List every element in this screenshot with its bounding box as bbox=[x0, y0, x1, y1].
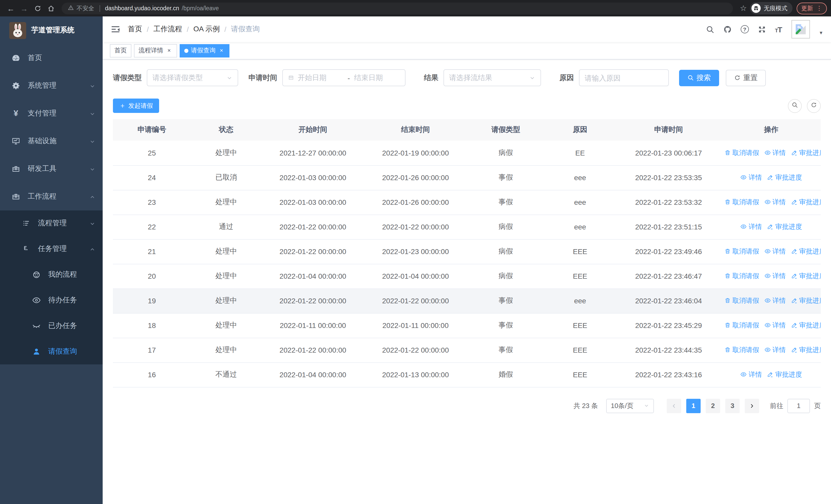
sidebar-fold-icon[interactable] bbox=[110, 24, 121, 34]
avatar-caret-down-icon[interactable]: ▼ bbox=[819, 30, 823, 35]
table-column-header: 状态 bbox=[191, 119, 261, 141]
top-navbar: 首页/工作流程/OA 示例/请假查询 ?TT▼ bbox=[103, 17, 831, 42]
filter-form: 请假类型 请选择请假类型 申请时间 开始日期 - 结束日期 结果 请选择流结果 bbox=[113, 69, 821, 86]
detail-link[interactable]: 详情 bbox=[764, 271, 786, 281]
cancel-leave-link[interactable]: 取消请假 bbox=[724, 247, 759, 256]
sidebar-item-done-tasks[interactable]: 已办任务 bbox=[0, 313, 103, 339]
leave-type-select[interactable]: 请选择请假类型 bbox=[147, 69, 238, 86]
cancel-leave-link[interactable]: 取消请假 bbox=[724, 296, 759, 305]
sidebar-item-home[interactable]: 首页 bbox=[0, 44, 103, 72]
tab-home[interactable]: 首页 bbox=[110, 44, 132, 57]
progress-link[interactable]: 审批进度 bbox=[767, 173, 802, 182]
browser-home-icon[interactable] bbox=[44, 2, 57, 15]
cell-type: 事假 bbox=[467, 289, 545, 313]
eye-icon bbox=[764, 297, 771, 304]
reason-input[interactable] bbox=[584, 73, 663, 82]
progress-link[interactable]: 审批进度 bbox=[791, 148, 821, 157]
cell-applied: 2022-01-23 00:06:17 bbox=[615, 141, 722, 165]
breadcrumb-item[interactable]: OA 示例 bbox=[194, 25, 220, 34]
breadcrumb-item[interactable]: 首页 bbox=[128, 25, 142, 34]
sidebar-item-leave-query[interactable]: 请假查询 bbox=[0, 339, 103, 364]
page-button-3[interactable]: 3 bbox=[725, 398, 740, 413]
text-size-icon[interactable]: TT bbox=[775, 25, 782, 34]
show-search-toggle-button[interactable] bbox=[788, 99, 802, 113]
detail-link[interactable]: 详情 bbox=[764, 346, 786, 355]
page-button-1[interactable]: 1 bbox=[686, 398, 700, 413]
table-row: 24已取消2022-01-03 00:00:002022-01-26 00:00… bbox=[113, 165, 821, 190]
user-avatar[interactable] bbox=[792, 20, 810, 38]
sidebar-item-my-process[interactable]: 我的流程 bbox=[0, 262, 103, 288]
browser-update-button[interactable]: 更新 ⋮ bbox=[797, 2, 827, 14]
prev-page-button[interactable] bbox=[667, 398, 681, 413]
result-select[interactable]: 请选择流结果 bbox=[443, 69, 541, 86]
search-icon[interactable] bbox=[706, 25, 715, 34]
detail-link[interactable]: 详情 bbox=[764, 247, 786, 256]
browser-forward-icon[interactable]: → bbox=[18, 2, 31, 15]
detail-link[interactable]: 详情 bbox=[764, 148, 786, 157]
cell-type: 婚假 bbox=[467, 362, 545, 387]
cell-id: 22 bbox=[113, 214, 191, 239]
next-page-button[interactable] bbox=[745, 398, 759, 413]
refresh-table-button[interactable] bbox=[807, 99, 821, 113]
progress-link[interactable]: 审批进度 bbox=[791, 346, 821, 355]
sidebar-item-system[interactable]: 系统管理 bbox=[0, 72, 103, 99]
breadcrumb-item[interactable]: 工作流程 bbox=[153, 25, 182, 34]
page-size-select[interactable]: 10条/页 bbox=[606, 398, 654, 413]
progress-link[interactable]: 审批进度 bbox=[767, 222, 802, 232]
close-icon[interactable]: × bbox=[166, 47, 172, 54]
tab-process-detail[interactable]: 流程详情× bbox=[134, 44, 177, 57]
cell-type: 事假 bbox=[467, 165, 545, 190]
search-button[interactable]: 搜索 bbox=[679, 69, 719, 86]
cancel-leave-link[interactable]: 取消请假 bbox=[724, 321, 759, 330]
pen-icon bbox=[791, 297, 798, 304]
cell-reason: EEE bbox=[545, 264, 615, 289]
progress-link[interactable]: 审批进度 bbox=[767, 370, 802, 379]
pagination: 共 23 条 10条/页 123 前往 页 bbox=[113, 398, 821, 413]
progress-link[interactable]: 审批进度 bbox=[791, 247, 821, 256]
action-label: 详情 bbox=[773, 271, 786, 281]
cell-start: 2021-12-27 00:00:00 bbox=[261, 141, 364, 165]
fullscreen-icon[interactable] bbox=[757, 25, 766, 34]
cell-applied: 2022-01-22 23:46:04 bbox=[615, 289, 722, 313]
action-label: 取消请假 bbox=[733, 148, 759, 157]
detail-link[interactable]: 详情 bbox=[740, 222, 762, 232]
apply-time-range-picker[interactable]: 开始日期 - 结束日期 bbox=[282, 69, 405, 86]
goto-page-input[interactable] bbox=[787, 398, 810, 413]
detail-link[interactable]: 详情 bbox=[764, 296, 786, 305]
sidebar-item-devtools[interactable]: 研发工具 bbox=[0, 155, 103, 183]
cancel-leave-link[interactable]: 取消请假 bbox=[724, 148, 759, 157]
cell-status: 处理中 bbox=[191, 289, 261, 313]
progress-link[interactable]: 审批进度 bbox=[791, 296, 821, 305]
create-leave-button[interactable]: ＋ 发起请假 bbox=[113, 98, 159, 113]
calendar-icon bbox=[288, 75, 295, 81]
sidebar-item-task-mgmt[interactable]: 任务管理 bbox=[0, 236, 103, 262]
sidebar-item-todo-tasks[interactable]: 待办任务 bbox=[0, 288, 103, 313]
sidebar-item-workflow[interactable]: 工作流程 bbox=[0, 183, 103, 210]
url-domain: dashboard.yudao.iocoder.cn bbox=[105, 5, 179, 11]
sidebar-item-infra[interactable]: 基础设施 bbox=[0, 127, 103, 155]
detail-link[interactable]: 详情 bbox=[740, 173, 762, 182]
app-logo[interactable]: 芋道管理系统 bbox=[0, 17, 103, 44]
browser-reload-icon[interactable] bbox=[31, 2, 44, 15]
detail-link[interactable]: 详情 bbox=[764, 198, 786, 207]
detail-link[interactable]: 详情 bbox=[764, 321, 786, 330]
detail-link[interactable]: 详情 bbox=[740, 370, 762, 379]
progress-link[interactable]: 审批进度 bbox=[791, 321, 821, 330]
question-icon[interactable]: ? bbox=[741, 25, 749, 33]
tab-leave-query[interactable]: 请假查询× bbox=[180, 44, 229, 57]
browser-back-icon[interactable]: ← bbox=[4, 2, 18, 15]
reset-button[interactable]: 重置 bbox=[726, 69, 766, 86]
progress-link[interactable]: 审批进度 bbox=[791, 198, 821, 207]
progress-link[interactable]: 审批进度 bbox=[791, 271, 821, 281]
cancel-leave-link[interactable]: 取消请假 bbox=[724, 346, 759, 355]
cancel-leave-link[interactable]: 取消请假 bbox=[724, 271, 759, 281]
address-bar[interactable]: 不安全 dashboard.yudao.iocoder.cn/bpm/oa/le… bbox=[62, 2, 733, 14]
close-icon[interactable]: × bbox=[218, 47, 225, 54]
cancel-leave-link[interactable]: 取消请假 bbox=[724, 198, 759, 207]
bookmark-star-icon[interactable]: ☆ bbox=[740, 4, 747, 13]
github-icon[interactable] bbox=[723, 25, 732, 34]
page-button-2[interactable]: 2 bbox=[706, 398, 720, 413]
sidebar-item-payment[interactable]: ¥支付管理 bbox=[0, 99, 103, 127]
menu-dots-icon[interactable]: ⋮ bbox=[816, 5, 822, 12]
sidebar-item-process-mgmt[interactable]: 流程管理 bbox=[0, 210, 103, 236]
